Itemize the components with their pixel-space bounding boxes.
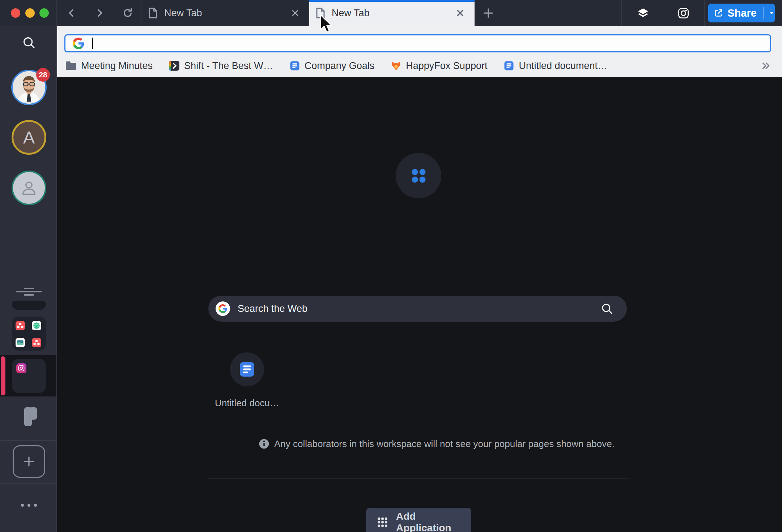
- tab-new-tab-active[interactable]: New Tab: [309, 0, 475, 26]
- google-docs-icon: [238, 361, 256, 378]
- instagram-app-button[interactable]: [672, 0, 695, 26]
- google-g-icon: [218, 304, 227, 313]
- workspace-logo: [396, 153, 441, 198]
- ellipsis-dot: [34, 504, 37, 507]
- add-application-button[interactable]: Add Application: [366, 508, 471, 532]
- share-split-divider: [763, 7, 764, 19]
- bookmarks-bar: Meeting Minutes Shift - The Best W… Comp…: [57, 55, 782, 77]
- collaborators-info: Any collaborators in this workspace will…: [258, 438, 615, 450]
- chevron-left-icon: [67, 8, 76, 18]
- title-bar: New Tab New Tab Share: [0, 0, 782, 26]
- workspace-switcher-icon[interactable]: [14, 284, 43, 299]
- browser-chrome-zone: Meeting Minutes Shift - The Best W… Comp…: [57, 26, 782, 77]
- document-icon: [148, 8, 158, 18]
- avatar-letter: A: [23, 128, 35, 147]
- ellipsis-dot: [27, 504, 30, 507]
- trello-icon: [19, 407, 39, 427]
- workspaces-button[interactable]: [632, 0, 655, 26]
- bookmark-label: Company Goals: [305, 60, 375, 72]
- popular-page-untitled-document[interactable]: [230, 352, 264, 386]
- green-sphere-app-icon: [32, 321, 41, 330]
- sidebar-more-options[interactable]: [14, 496, 43, 515]
- layers-icon: [637, 7, 649, 19]
- search-placeholder: Search the Web: [238, 303, 601, 314]
- silhouette-avatar[interactable]: [12, 171, 46, 205]
- url-bar[interactable]: [64, 34, 771, 52]
- bookmark-label: HappyFox Support: [406, 60, 487, 72]
- maximize-window-button[interactable]: [39, 8, 49, 18]
- plus-icon: [22, 455, 35, 468]
- google-docs-icon: [289, 60, 300, 71]
- chevron-right-icon: [95, 8, 104, 18]
- text-caret: [92, 38, 93, 49]
- app-grid-icon: [376, 516, 389, 529]
- instagram-icon: [16, 363, 26, 373]
- tab-title: New Tab: [332, 8, 370, 19]
- close-window-button[interactable]: [11, 8, 20, 18]
- reload-button[interactable]: [118, 0, 137, 26]
- workspace-stack-shadow: [12, 301, 46, 310]
- trello-button[interactable]: [14, 404, 43, 429]
- shift-browser-window: New Tab New Tab Share: [0, 0, 782, 532]
- bookmark-label: Meeting Minutes: [81, 60, 153, 72]
- new-tab-button[interactable]: [480, 0, 497, 26]
- notification-badge: 28: [36, 68, 50, 82]
- search-icon[interactable]: [601, 303, 613, 315]
- selected-workspace-row: [0, 355, 56, 396]
- close-tab-icon[interactable]: [291, 9, 299, 17]
- back-button[interactable]: [63, 0, 80, 26]
- asana-like-app-icon: [16, 321, 25, 330]
- minimize-window-button[interactable]: [25, 8, 35, 18]
- workspace-sidebar: 28 A: [0, 26, 57, 532]
- bookmark-label: Untitled document…: [519, 60, 607, 72]
- popular-page-label: Untitled docu…: [211, 398, 283, 409]
- letter-avatar[interactable]: A: [12, 120, 46, 155]
- plus-icon: [483, 8, 494, 18]
- info-text: Any collaborators in this workspace will…: [274, 438, 615, 450]
- active-workspace-indicator: [1, 356, 5, 395]
- bookmark-label: Shift - The Best W…: [184, 60, 273, 72]
- google-logo-circle: [216, 301, 230, 316]
- tab-title: New Tab: [164, 8, 202, 19]
- sidebar-search-button[interactable]: [19, 33, 39, 53]
- photo-app-icon: [16, 338, 25, 347]
- content-divider: [208, 478, 629, 479]
- mouse-cursor: [319, 14, 333, 35]
- bookmark-happyfox[interactable]: HappyFox Support: [391, 60, 487, 72]
- asana-like-app-icon: [32, 338, 41, 347]
- add-application-label: Add Application: [396, 511, 471, 532]
- happyfox-icon: [391, 60, 401, 71]
- bookmarks-overflow-chevron[interactable]: [760, 60, 771, 71]
- add-workspace-button[interactable]: [13, 445, 45, 478]
- reload-icon: [122, 8, 133, 18]
- bookmark-meeting-minutes[interactable]: Meeting Minutes: [65, 60, 153, 72]
- share-button-label: Share: [727, 7, 757, 19]
- app-grid-workspace-tile[interactable]: [12, 317, 46, 351]
- google-g-icon: [73, 38, 84, 49]
- person-silhouette-icon: [19, 178, 39, 198]
- tab-new-tab-inactive[interactable]: New Tab: [141, 0, 309, 26]
- web-search-input[interactable]: Search the Web: [208, 296, 627, 322]
- google-docs-icon: [503, 60, 514, 71]
- share-icon: [714, 7, 723, 19]
- shift-icon: [169, 60, 180, 71]
- four-dots-icon: [407, 164, 430, 187]
- search-icon: [22, 36, 36, 50]
- share-button[interactable]: Share: [708, 4, 775, 22]
- bookmark-company-goals[interactable]: Company Goals: [289, 60, 375, 72]
- new-workspace-page: Your New Workspace Search the Web Untitl…: [57, 77, 782, 532]
- ellipsis-dot: [21, 504, 24, 507]
- info-icon: [258, 438, 270, 450]
- folder-icon: [65, 61, 77, 71]
- instagram-icon: [677, 7, 689, 19]
- bookmark-shift[interactable]: Shift - The Best W…: [169, 60, 273, 72]
- instagram-workspace-tile[interactable]: [12, 359, 46, 393]
- forward-button[interactable]: [91, 0, 108, 26]
- active-tab-indicator: [309, 0, 475, 2]
- close-tab-icon[interactable]: [456, 9, 464, 17]
- bookmark-untitled-document[interactable]: Untitled document…: [503, 60, 607, 72]
- chevron-down-icon[interactable]: [769, 9, 775, 17]
